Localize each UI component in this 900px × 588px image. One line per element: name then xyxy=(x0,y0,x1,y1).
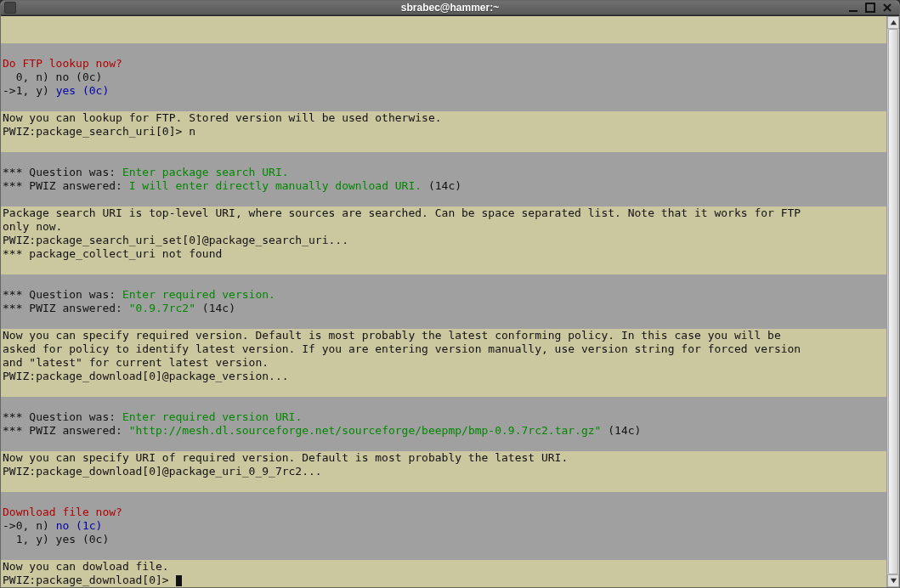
terminal-text: PWIZ:package_download[0]@package_uri_0_9… xyxy=(3,465,322,478)
terminal-text: *** Question was: xyxy=(3,288,122,301)
scroll-thumb[interactable] xyxy=(888,29,898,574)
scrollbar xyxy=(886,16,899,587)
close-button[interactable] xyxy=(880,2,894,14)
terminal-line: PWIZ:package_search_uri_set[0]@package_s… xyxy=(1,234,886,247)
terminal-text: ->1, y) xyxy=(3,84,56,97)
window-title: sbrabec@hammer:~ xyxy=(1,2,899,14)
minimize-button[interactable] xyxy=(846,2,860,14)
terminal[interactable]: Do FTP lookup now? 0, n) no (0c)->1, y) … xyxy=(1,16,886,587)
terminal-text: no (1c) xyxy=(56,519,103,532)
scroll-up-button[interactable] xyxy=(887,16,899,29)
terminal-line xyxy=(1,274,886,288)
terminal-text: Enter required version. xyxy=(122,288,275,301)
terminal-text: asked for policy to identify latest vers… xyxy=(3,342,801,355)
terminal-line: Now you can lookup for FTP. Stored versi… xyxy=(1,111,886,125)
terminal-text: Download file now? xyxy=(3,506,122,518)
terminal-line: 0, n) no (0c) xyxy=(1,71,886,84)
terminal-cursor xyxy=(176,575,182,586)
maximize-button[interactable] xyxy=(863,2,877,14)
terminal-text: *** PWIZ answered: xyxy=(3,424,129,437)
terminal-line xyxy=(1,152,886,166)
scroll-track[interactable] xyxy=(887,29,899,574)
terminal-line xyxy=(1,492,886,506)
terminal-text: Now you can lookup for FTP. Stored versi… xyxy=(3,111,442,124)
terminal-text: *** PWIZ answered: xyxy=(3,302,129,314)
svg-rect-1 xyxy=(866,3,875,12)
svg-rect-0 xyxy=(849,10,858,12)
scroll-down-button[interactable] xyxy=(887,574,899,587)
terminal-text: *** Question was: xyxy=(3,166,122,178)
terminal-line xyxy=(1,261,886,274)
terminal-text: Enter package search URI. xyxy=(122,166,289,178)
terminal-line: Download file now? xyxy=(1,506,886,519)
terminal-text: Enter required version URI. xyxy=(122,410,302,423)
terminal-text: *** package_collect_uri not found xyxy=(3,247,222,260)
terminal-text: (14c) xyxy=(195,302,235,314)
terminal-text: PWIZ:package_search_uri_set[0]@package_s… xyxy=(3,234,348,246)
terminal-scroll-wrap: Do FTP lookup now? 0, n) no (0c)->1, y) … xyxy=(1,16,899,587)
terminal-line xyxy=(1,546,886,560)
terminal-text: *** Question was: xyxy=(3,410,122,423)
terminal-text: (14c) xyxy=(422,179,461,192)
terminal-text: PWIZ:package_search_uri[0]> n xyxy=(3,125,195,138)
terminal-line: Package search URI is top-level URI, whe… xyxy=(1,206,886,220)
terminal-line: Do FTP lookup now? xyxy=(1,57,886,71)
terminal-text: Do FTP lookup now? xyxy=(3,57,122,70)
terminal-text: Now you can specify required version. De… xyxy=(3,329,781,342)
terminal-line: ->0, n) no (1c) xyxy=(1,519,886,533)
titlebar: sbrabec@hammer:~ xyxy=(1,1,899,15)
terminal-line: PWIZ:package_download[0]@package_uri_0_9… xyxy=(1,465,886,478)
terminal-line xyxy=(1,193,886,206)
terminal-line: 1, y) yes (0c) xyxy=(1,533,886,546)
terminal-text: 1, y) yes (0c) xyxy=(3,533,109,546)
terminal-text: *** PWIZ answered: xyxy=(3,179,129,192)
terminal-text: PWIZ:package_download[0]> xyxy=(3,574,176,586)
terminal-line: asked for policy to identify latest vers… xyxy=(1,342,886,356)
terminal-line: Now you can specify required version. De… xyxy=(1,329,886,342)
terminal-line xyxy=(1,438,886,451)
terminal-line: and "latest" for current latest version. xyxy=(1,356,886,370)
terminal-text: (14c) xyxy=(601,424,641,437)
terminal-line: Now you can specify URI of required vers… xyxy=(1,451,886,465)
window-controls xyxy=(846,2,899,14)
terminal-line xyxy=(1,139,886,152)
terminal-line xyxy=(1,383,886,397)
terminal-line: *** Question was: Enter package search U… xyxy=(1,166,886,179)
svg-marker-4 xyxy=(890,20,896,25)
client-area: Do FTP lookup now? 0, n) no (0c)->1, y) … xyxy=(1,15,899,587)
terminal-text: PWIZ:package_download[0]@package_version… xyxy=(3,370,289,382)
terminal-line: *** Question was: Enter required version… xyxy=(1,288,886,302)
terminal-text: Package search URI is top-level URI, whe… xyxy=(3,206,801,219)
svg-marker-5 xyxy=(890,579,896,583)
terminal-line: Now you can dowload file. xyxy=(1,560,886,574)
terminal-line xyxy=(1,315,886,329)
terminal-line: *** PWIZ answered: "http://mesh.dl.sourc… xyxy=(1,424,886,438)
terminal-text: and "latest" for current latest version. xyxy=(3,356,269,369)
terminal-text: "http://mesh.dl.sourceforge.net/sourcefo… xyxy=(129,424,602,437)
terminal-text: yes (0c) xyxy=(56,84,110,97)
terminal-line xyxy=(1,478,886,492)
terminal-line: *** PWIZ answered: "0.9.7rc2" (14c) xyxy=(1,302,886,315)
terminal-line xyxy=(1,98,886,111)
terminal-line: *** Question was: Enter required version… xyxy=(1,410,886,424)
terminal-line: ->1, y) yes (0c) xyxy=(1,84,886,98)
terminal-line xyxy=(1,43,886,57)
terminal-line xyxy=(1,30,886,43)
terminal-line: PWIZ:package_download[0]> xyxy=(1,574,886,587)
app-icon xyxy=(4,2,16,14)
terminal-line: PWIZ:package_download[0]@package_version… xyxy=(1,370,886,383)
terminal-text: 0, n) no (0c) xyxy=(3,71,102,83)
terminal-line: PWIZ:package_search_uri[0]> n xyxy=(1,125,886,139)
terminal-window: sbrabec@hammer:~ Do FTP lookup now? 0, n… xyxy=(0,0,900,588)
terminal-text: ->0, n) xyxy=(3,519,56,532)
terminal-text: only now. xyxy=(3,220,62,233)
terminal-text: Now you can specify URI of required vers… xyxy=(3,451,568,464)
terminal-line: *** package_collect_uri not found xyxy=(1,247,886,261)
terminal-line xyxy=(1,397,886,410)
terminal-text: I will enter directly manually download … xyxy=(129,179,422,192)
terminal-text: Now you can dowload file. xyxy=(3,560,169,573)
terminal-line: only now. xyxy=(1,220,886,234)
terminal-text: "0.9.7rc2" xyxy=(129,302,195,314)
terminal-line xyxy=(1,16,886,30)
terminal-line: *** PWIZ answered: I will enter directly… xyxy=(1,179,886,193)
